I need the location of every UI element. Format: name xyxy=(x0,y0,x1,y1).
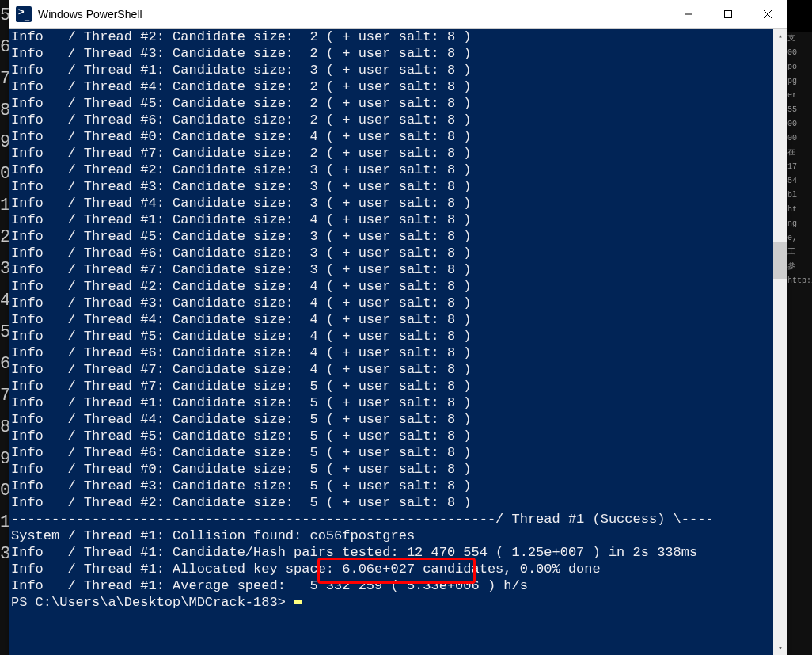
bg-number: 6 xyxy=(0,32,9,63)
scroll-thumb[interactable] xyxy=(773,242,787,279)
bg-fragment: e, xyxy=(787,231,812,246)
bg-fragment: 00 xyxy=(787,46,812,60)
bg-number: 4 xyxy=(0,285,9,317)
log-line: Info / Thread #3: Candidate size: 3 ( + … xyxy=(9,178,773,195)
bg-number: 2 xyxy=(0,222,9,253)
log-line: Info / Thread #1: Allocated key space: 6… xyxy=(9,561,773,577)
bg-number: 7 xyxy=(0,380,9,412)
scrollbar[interactable]: ▴ ▾ xyxy=(773,29,787,655)
log-line: Info / Thread #0: Candidate size: 5 ( + … xyxy=(9,461,773,478)
log-line: Info / Thread #3: Candidate size: 2 ( + … xyxy=(9,45,773,62)
log-line: Info / Thread #7: Candidate size: 3 ( + … xyxy=(9,261,773,278)
bg-fragment: 支 xyxy=(787,32,812,46)
bg-number: 9 xyxy=(0,127,9,158)
bg-fragment: po xyxy=(787,60,812,74)
log-line: Info / Thread #0: Candidate size: 4 ( + … xyxy=(9,128,773,145)
log-line: Info / Thread #7: Candidate size: 2 ( + … xyxy=(9,145,773,162)
bg-fragment: 55 xyxy=(787,103,812,117)
maximize-button[interactable] xyxy=(708,0,748,29)
log-line: Info / Thread #6: Candidate size: 3 ( + … xyxy=(9,245,773,261)
bg-number: 7 xyxy=(0,63,9,95)
bg-fragment: er xyxy=(787,89,812,103)
log-line: Info / Thread #3: Candidate size: 4 ( + … xyxy=(9,295,773,311)
log-line: Info / Thread #4: Candidate size: 5 ( + … xyxy=(9,411,773,428)
bg-number: 1 xyxy=(0,190,9,222)
bg-fragment: 在 xyxy=(787,146,812,160)
log-line: Info / Thread #5: Candidate size: 5 ( + … xyxy=(9,428,773,444)
bg-fragment: 參 xyxy=(787,260,812,274)
bg-fragment: 00 xyxy=(787,131,812,146)
log-line: System / Thread #1: Collision found: co5… xyxy=(9,527,773,544)
bg-number: 5 xyxy=(0,317,9,348)
bg-number: 0 xyxy=(0,158,9,190)
scroll-up-arrow[interactable]: ▴ xyxy=(773,29,787,43)
prompt-text: PS C:\Users\a\Desktop\MDCrack-183> xyxy=(11,595,294,610)
bg-fragment: 54 xyxy=(787,174,812,189)
bg-number: 3 xyxy=(0,253,9,285)
minimize-button[interactable] xyxy=(669,0,708,29)
log-line: Info / Thread #6: Candidate size: 5 ( + … xyxy=(9,444,773,461)
svg-rect-1 xyxy=(725,10,732,17)
cursor xyxy=(294,600,302,604)
prompt-line[interactable]: PS C:\Users\a\Desktop\MDCrack-183> xyxy=(9,594,773,611)
log-line: Info / Thread #6: Candidate size: 2 ( + … xyxy=(9,112,773,128)
bg-fragment: bl xyxy=(787,189,812,203)
bg-number: 1 xyxy=(0,507,9,539)
bg-number: 0 xyxy=(0,475,9,507)
log-line: Info / Thread #3: Candidate size: 5 ( + … xyxy=(9,478,773,494)
background-right-content: 支00popger550000在1754blhtnge,工參http:// xyxy=(787,32,812,655)
bg-fragment: pg xyxy=(787,74,812,89)
log-line: Info / Thread #4: Candidate size: 4 ( + … xyxy=(9,311,773,328)
bg-fragment: 00 xyxy=(787,117,812,131)
bg-fragment: ht xyxy=(787,203,812,217)
bg-fragment: ng xyxy=(787,217,812,231)
log-line: Info / Thread #7: Candidate size: 5 ( + … xyxy=(9,378,773,394)
log-line: ----------------------------------------… xyxy=(9,511,773,527)
log-line: Info / Thread #2: Candidate size: 3 ( + … xyxy=(9,162,773,178)
bg-fragment: 17 xyxy=(787,160,812,174)
bg-number: 8 xyxy=(0,412,9,444)
powershell-icon xyxy=(16,6,32,22)
log-line: Info / Thread #5: Candidate size: 3 ( + … xyxy=(9,228,773,245)
log-line: Info / Thread #6: Candidate size: 4 ( + … xyxy=(9,345,773,361)
bg-number: 6 xyxy=(0,348,9,380)
bg-number: 3 xyxy=(0,539,9,570)
log-line: Info / Thread #5: Candidate size: 2 ( + … xyxy=(9,95,773,112)
window-title: Windows PowerShell xyxy=(38,8,669,21)
bg-number: 5 xyxy=(0,0,9,32)
scroll-down-arrow[interactable]: ▾ xyxy=(773,641,787,655)
log-line: Info / Thread #1: Candidate size: 4 ( + … xyxy=(9,211,773,228)
bg-number: 8 xyxy=(0,95,9,127)
log-line: Info / Thread #4: Candidate size: 2 ( + … xyxy=(9,78,773,95)
bg-number: 9 xyxy=(0,444,9,475)
bg-fragment: 工 xyxy=(787,246,812,260)
terminal-output[interactable]: Info / Thread #2: Candidate size: 2 ( + … xyxy=(9,29,773,655)
close-button[interactable] xyxy=(748,0,787,29)
log-line: Info / Thread #2: Candidate size: 2 ( + … xyxy=(9,29,773,45)
log-line: Info / Thread #5: Candidate size: 4 ( + … xyxy=(9,328,773,345)
log-line: Info / Thread #1: Candidate size: 3 ( + … xyxy=(9,62,773,78)
log-line: Info / Thread #2: Candidate size: 4 ( + … xyxy=(9,278,773,295)
log-line: Info / Thread #7: Candidate size: 4 ( + … xyxy=(9,361,773,378)
log-line: Info / Thread #2: Candidate size: 5 ( + … xyxy=(9,494,773,511)
bg-fragment: http:// xyxy=(787,274,812,288)
log-line: Info / Thread #1: Candidate size: 5 ( + … xyxy=(9,394,773,411)
log-line: Info / Thread #4: Candidate size: 3 ( + … xyxy=(9,195,773,211)
background-line-numbers: 567890123456789013 xyxy=(0,0,9,655)
log-line: Info / Thread #1: Candidate/Hash pairs t… xyxy=(9,544,773,561)
titlebar[interactable]: Windows PowerShell xyxy=(9,0,787,29)
powershell-window: Windows PowerShell Info / Thread #2: Can… xyxy=(9,0,787,655)
log-line: Info / Thread #1: Average speed: 5 332 2… xyxy=(9,577,773,594)
